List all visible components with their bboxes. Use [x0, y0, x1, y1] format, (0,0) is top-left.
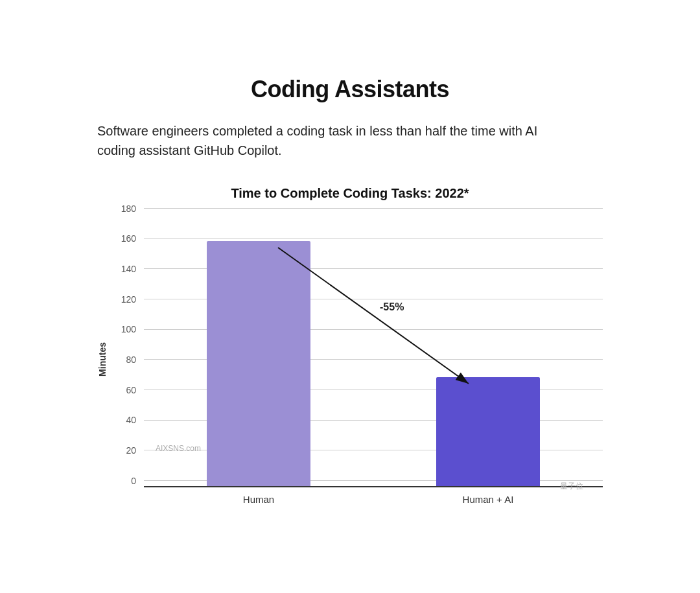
bar-human	[207, 241, 310, 486]
grid-label: 60	[113, 385, 136, 395]
x-label-human: Human	[144, 494, 373, 505]
x-label-ai: Human + AI	[373, 494, 603, 505]
grid-label: 180	[113, 203, 136, 214]
grid-label: 80	[113, 355, 136, 365]
grid-label: 20	[113, 445, 136, 456]
grid-label: 140	[113, 264, 136, 274]
bars-row	[144, 214, 603, 486]
x-axis: Human Human + AI	[144, 486, 603, 505]
main-card: Coding Assistants Software engineers com…	[58, 50, 642, 544]
grid-label: 0	[113, 476, 136, 486]
chart-container: Minutes 180160140120100806040200 Human H…	[97, 214, 603, 505]
grid-label: 40	[113, 415, 136, 425]
chart-title: Time to Complete Coding Tasks: 2022*	[97, 186, 603, 201]
bar-group	[373, 214, 603, 486]
chart-area: Minutes 180160140120100806040200 Human H…	[97, 214, 603, 505]
bar-ai	[436, 377, 540, 486]
page-title: Coding Assistants	[97, 76, 603, 103]
grid-line	[144, 208, 603, 209]
description-text: Software engineers completed a coding ta…	[97, 121, 538, 160]
grid-line-row: 180	[113, 203, 603, 214]
grid-label: 100	[113, 324, 136, 334]
grid-label: 120	[113, 294, 136, 305]
y-axis-label: Minutes	[97, 342, 108, 377]
grid-label: 160	[113, 233, 136, 244]
watermark: AIXSNS.com	[156, 444, 201, 453]
watermark2: 量子位	[560, 481, 583, 492]
chart-inner: 180160140120100806040200 Human Human + A…	[113, 214, 603, 505]
